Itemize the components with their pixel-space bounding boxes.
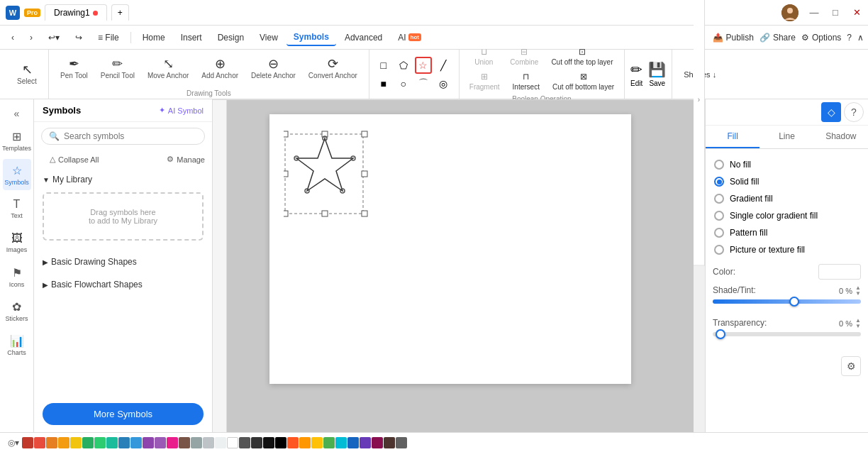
add-anchor-btn[interactable]: ⊕ Add Anchor	[196, 51, 244, 87]
pal-color-extra4[interactable]	[323, 437, 335, 448]
fill-option-picture[interactable]: Picture or texture fill	[713, 241, 861, 258]
move-anchor-btn[interactable]: ⤡ Move Anchor	[142, 51, 194, 87]
more-symbols-btn[interactable]: More Symbols	[43, 403, 204, 425]
tab-line[interactable]: Line	[760, 126, 813, 148]
menu-view[interactable]: View	[252, 30, 285, 45]
pal-color-extra2[interactable]	[299, 437, 311, 448]
convert-anchor-btn[interactable]: ⟳ Convert Anchor	[303, 51, 363, 87]
transparency-thumb[interactable]	[716, 329, 725, 339]
sidebar-item-text[interactable]: T Text	[3, 193, 31, 224]
pal-color-brown[interactable]	[179, 437, 190, 448]
pal-color-red1[interactable]	[22, 437, 33, 448]
combine-btn[interactable]: ⊟ Combine	[506, 45, 542, 67]
star-shape-btn[interactable]: ☆	[415, 57, 432, 74]
pal-color-yellow[interactable]	[70, 437, 82, 448]
pal-color-extra5[interactable]	[335, 437, 347, 448]
undo-btn[interactable]: ↩▾	[41, 30, 67, 45]
spiral-shape-btn[interactable]: ◎	[435, 75, 452, 92]
pal-color-black4[interactable]	[275, 437, 286, 448]
collapse-ribbon-btn[interactable]: ∧	[857, 33, 864, 43]
sidebar-item-templates[interactable]: ⊞ Templates	[3, 125, 31, 156]
pal-color-purple[interactable]	[155, 437, 166, 448]
fill-option-gradient[interactable]: Gradient fill	[713, 190, 861, 207]
sidebar-item-images[interactable]: 🖼 Images	[3, 227, 31, 258]
pal-color-orange2[interactable]	[58, 437, 69, 448]
canvas-content[interactable]: ✨ ✦ Arial 12 B I ≡ ab A	[227, 100, 694, 432]
tab-fill[interactable]: Fill	[706, 126, 760, 148]
cut-bottom-btn[interactable]: ⊠ Cut off bottom layer	[548, 70, 618, 92]
user-avatar[interactable]	[781, 4, 799, 21]
rect2-shape-btn[interactable]: ■	[375, 75, 392, 92]
shade-thumb[interactable]	[789, 297, 799, 307]
collapse-all-btn[interactable]: △ Collapse All	[41, 152, 107, 167]
options-btn[interactable]: ⚙ Options	[801, 33, 841, 43]
arc-shape-btn[interactable]: ⌒	[415, 75, 432, 92]
pal-color-extra10[interactable]	[396, 437, 407, 448]
pal-color-black3[interactable]	[263, 437, 274, 448]
pal-color-extra8[interactable]	[372, 437, 383, 448]
pal-color-extra9[interactable]	[384, 437, 395, 448]
menu-home[interactable]: Home	[135, 30, 172, 45]
pal-color-gray3[interactable]	[215, 437, 226, 448]
menu-symbols[interactable]: Symbols	[286, 29, 336, 46]
pen-tool-btn[interactable]: ✒ Pen Tool	[55, 51, 94, 87]
fill-option-single-gradient[interactable]: Single color gradient fill	[713, 207, 861, 224]
maximize-button[interactable]: □	[830, 7, 841, 18]
intersect-btn[interactable]: ⊓ Intersect	[508, 70, 544, 92]
pal-color-blue1[interactable]	[118, 437, 130, 448]
sidebar-item-icons[interactable]: ⚑ Icons	[3, 261, 31, 292]
pal-color-extra3[interactable]	[311, 437, 323, 448]
edit-btn[interactable]: ✏ Edit	[630, 61, 642, 87]
basic-drawing-header[interactable]: ▶ Basic Drawing Shapes	[43, 255, 204, 269]
collapse-sidebar-btn[interactable]: «	[11, 105, 23, 122]
sidebar-item-charts[interactable]: 📊 Charts	[3, 329, 31, 360]
pal-color-white[interactable]	[227, 437, 238, 448]
pal-color-red2[interactable]	[34, 437, 45, 448]
shade-down-btn[interactable]: ▼	[855, 291, 861, 297]
pal-color-gray2[interactable]	[203, 437, 214, 448]
collapse-right-panel-btn[interactable]: ›	[694, 0, 705, 266]
fill-option-pattern[interactable]: Pattern fill	[713, 224, 861, 241]
pal-color-gray1[interactable]	[191, 437, 202, 448]
pencil-tool-btn[interactable]: ✏ Pencil Tool	[95, 51, 140, 87]
delete-anchor-btn[interactable]: ⊖ Delete Anchor	[245, 51, 301, 87]
tab-drawing[interactable]: Drawing1	[45, 4, 107, 21]
my-library-header[interactable]: ▼ My Library	[43, 172, 204, 187]
ai-symbol-btn[interactable]: ✦ AI Symbol	[159, 106, 204, 115]
menu-insert[interactable]: Insert	[174, 30, 209, 45]
new-tab-btn[interactable]: +	[111, 4, 129, 21]
color-swatch[interactable]	[818, 264, 861, 280]
file-menu[interactable]: ≡ File	[91, 30, 126, 45]
panel-settings-btn[interactable]: ⚙	[841, 356, 861, 376]
menu-ai[interactable]: AI hot	[391, 30, 428, 45]
pal-color-green2[interactable]	[94, 437, 106, 448]
rect-shape-btn[interactable]: □	[375, 57, 392, 74]
sidebar-item-stickers[interactable]: ✿ Stickers	[3, 295, 31, 326]
pal-color-teal[interactable]	[106, 437, 118, 448]
tab-shadow[interactable]: Shadow	[814, 126, 868, 148]
save-btn[interactable]: 💾 Save	[648, 61, 666, 87]
circle-shape-btn[interactable]: ○	[395, 75, 412, 92]
my-library-drop-zone[interactable]: Drag symbols hereto add to My Library	[43, 192, 204, 241]
redo-btn[interactable]: ↪	[68, 30, 89, 45]
pal-color-extra1[interactable]	[287, 437, 299, 448]
union-btn[interactable]: ⊔ Union	[466, 45, 501, 67]
fill-panel-icon-btn[interactable]: ◇	[821, 102, 841, 122]
pentagon-shape-btn[interactable]: ⬠	[395, 57, 412, 74]
basic-flowchart-header[interactable]: ▶ Basic Flowchart Shapes	[43, 277, 204, 292]
fill-option-solid[interactable]: Solid fill	[713, 173, 861, 190]
select-tool-btn[interactable]: ↖ Select	[11, 53, 43, 96]
pal-color-blue2[interactable]	[130, 437, 142, 448]
share-btn[interactable]: 🔗 Share	[760, 33, 796, 43]
nav-btn-forward[interactable]: ›	[23, 30, 40, 45]
fragment-btn[interactable]: ⊞ Fragment	[465, 70, 504, 92]
pal-color-extra6[interactable]	[347, 437, 359, 448]
star-shape-container[interactable]	[284, 128, 362, 214]
symbol-search-input[interactable]	[64, 131, 197, 141]
line-shape-btn[interactable]: ╱	[435, 57, 452, 74]
menu-advanced[interactable]: Advanced	[338, 30, 389, 45]
pal-color-black1[interactable]	[239, 437, 250, 448]
transparency-down-btn[interactable]: ▼	[855, 324, 861, 329]
close-button[interactable]: ✕	[851, 7, 862, 18]
nav-btn-back[interactable]: ‹	[4, 30, 21, 45]
